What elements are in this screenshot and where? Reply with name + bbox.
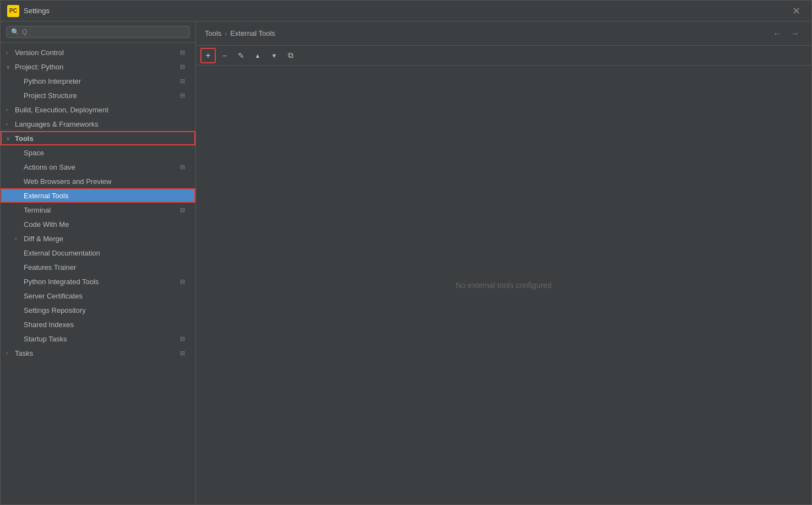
scroll-icon: ⊟	[180, 207, 190, 214]
sidebar-item-terminal[interactable]: Terminal ⊟	[1, 203, 195, 217]
breadcrumb-parent: Tools	[205, 29, 221, 37]
arrow-icon: ›	[6, 50, 15, 56]
content-area: 🔍 › Version Control ⊟ ∨ Project: Python …	[1, 21, 811, 504]
sidebar-item-label: Python Interpreter	[24, 77, 180, 85]
close-button[interactable]: ✕	[788, 3, 805, 19]
sidebar-item-python-integrated-tools[interactable]: Python Integrated Tools ⊟	[1, 274, 195, 289]
empty-state-message: No external tools configured	[456, 281, 552, 290]
search-bar: 🔍	[1, 21, 195, 43]
sidebar-item-tools[interactable]: ∨ Tools	[1, 131, 195, 145]
sidebar-item-label: Tasks	[15, 349, 180, 357]
sidebar-item-label: Tools	[15, 134, 190, 143]
sidebar-item-space[interactable]: Space	[1, 145, 195, 160]
sidebar: 🔍 › Version Control ⊟ ∨ Project: Python …	[1, 21, 196, 504]
scroll-icon: ⊟	[180, 92, 190, 99]
sidebar-item-label: Languages & Frameworks	[15, 120, 190, 128]
titlebar: PC Settings ✕	[1, 1, 811, 21]
sidebar-item-features-trainer[interactable]: Features Trainer	[1, 260, 195, 274]
sidebar-item-label: Code With Me	[24, 220, 190, 229]
search-input[interactable]	[22, 28, 185, 36]
settings-window: PC Settings ✕ 🔍 › Version Control ⊟	[0, 0, 812, 505]
sidebar-item-server-certificates[interactable]: Server Certificates	[1, 289, 195, 303]
toolbar: + − ✎ ▲ ▼ ⧉	[196, 46, 811, 66]
copy-tool-button[interactable]: ⧉	[283, 48, 298, 63]
arrow-icon: ›	[6, 121, 15, 127]
sidebar-item-version-control[interactable]: › Version Control ⊟	[1, 45, 195, 59]
search-wrap: 🔍	[6, 26, 190, 38]
sidebar-item-label: Web Browsers and Preview	[24, 177, 190, 186]
arrow-icon: ›	[15, 236, 24, 242]
search-icon: 🔍	[11, 28, 19, 36]
sidebar-item-label: Python Integrated Tools	[24, 278, 180, 286]
sidebar-item-label: External Documentation	[24, 249, 190, 257]
sidebar-item-diff-merge[interactable]: › Diff & Merge	[1, 231, 195, 246]
window-title: Settings	[24, 7, 788, 15]
scroll-icon: ⊟	[180, 78, 190, 85]
arrow-icon: ›	[6, 107, 15, 113]
breadcrumb-current: External Tools	[230, 29, 275, 37]
sidebar-item-external-documentation[interactable]: External Documentation	[1, 246, 195, 260]
sidebar-item-actions-on-save[interactable]: Actions on Save ⊟	[1, 160, 195, 174]
move-up-button[interactable]: ▲	[250, 48, 265, 63]
sidebar-item-label: External Tools	[24, 192, 190, 200]
sidebar-item-settings-repository[interactable]: Settings Repository	[1, 303, 195, 317]
scroll-icon: ⊟	[180, 350, 190, 357]
scroll-icon: ⊟	[180, 164, 190, 171]
sidebar-item-project-structure[interactable]: Project Structure ⊟	[1, 88, 195, 102]
sidebar-item-label: Terminal	[24, 206, 180, 214]
sidebar-item-code-with-me[interactable]: Code With Me	[1, 217, 195, 231]
add-tool-button[interactable]: +	[200, 48, 216, 63]
sidebar-item-build-execution[interactable]: › Build, Execution, Deployment	[1, 102, 195, 117]
remove-tool-button[interactable]: −	[217, 48, 232, 63]
sidebar-item-project-python[interactable]: ∨ Project: Python ⊟	[1, 59, 195, 74]
scroll-icon: ⊟	[180, 49, 190, 56]
sidebar-item-label: Diff & Merge	[24, 235, 190, 243]
breadcrumb: Tools › External Tools	[205, 29, 275, 37]
sidebar-tree: › Version Control ⊟ ∨ Project: Python ⊟ …	[1, 43, 195, 504]
breadcrumb-separator: ›	[225, 30, 227, 37]
arrow-icon: ›	[6, 350, 15, 356]
arrow-icon: ∨	[6, 64, 15, 70]
main-header: Tools › External Tools ← →	[196, 21, 811, 46]
nav-buttons: ← →	[770, 28, 803, 40]
edit-tool-button[interactable]: ✎	[233, 48, 249, 63]
sidebar-item-label: Server Certificates	[24, 292, 190, 300]
sidebar-item-label: Version Control	[15, 48, 180, 57]
sidebar-item-label: Build, Execution, Deployment	[15, 106, 190, 114]
empty-state: No external tools configured	[196, 66, 811, 504]
main-panel: Tools › External Tools ← → + − ✎ ▲ ▼ ⧉	[196, 21, 811, 504]
scroll-icon: ⊟	[180, 335, 190, 343]
sidebar-item-label: Startup Tasks	[24, 335, 180, 343]
sidebar-item-python-interpreter[interactable]: Python Interpreter ⊟	[1, 74, 195, 88]
sidebar-item-label: Project: Python	[15, 63, 180, 71]
sidebar-item-languages-frameworks[interactable]: › Languages & Frameworks	[1, 117, 195, 131]
sidebar-item-label: Features Trainer	[24, 263, 190, 271]
sidebar-item-startup-tasks[interactable]: Startup Tasks ⊟	[1, 332, 195, 346]
sidebar-item-label: Project Structure	[24, 91, 180, 100]
scroll-icon: ⊟	[180, 278, 190, 285]
scroll-icon: ⊟	[180, 63, 190, 70]
nav-forward-button[interactable]: →	[787, 28, 803, 40]
sidebar-item-label: Actions on Save	[24, 163, 180, 171]
sidebar-item-tasks[interactable]: › Tasks ⊟	[1, 346, 195, 360]
sidebar-item-label: Space	[24, 149, 190, 157]
nav-back-button[interactable]: ←	[770, 28, 785, 40]
sidebar-item-shared-indexes[interactable]: Shared Indexes	[1, 317, 195, 332]
arrow-icon: ∨	[6, 135, 15, 142]
move-down-button[interactable]: ▼	[266, 48, 282, 63]
sidebar-item-label: Shared Indexes	[24, 321, 190, 329]
sidebar-item-web-browsers[interactable]: Web Browsers and Preview	[1, 174, 195, 188]
sidebar-item-external-tools[interactable]: External Tools	[1, 188, 195, 203]
sidebar-item-label: Settings Repository	[24, 306, 190, 314]
app-icon: PC	[7, 5, 19, 17]
